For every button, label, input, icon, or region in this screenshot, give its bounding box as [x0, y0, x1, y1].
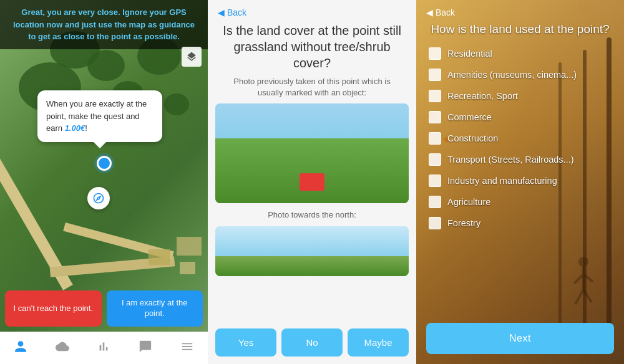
map-building-3	[180, 262, 195, 274]
layers-icon[interactable]	[182, 47, 202, 67]
label-forestry: Forestry	[447, 218, 480, 228]
checkbox-agriculture[interactable]	[429, 196, 441, 208]
back-chevron-icon: ◀	[218, 7, 225, 17]
label-transport: Transport (Streets, Railroads...)	[447, 155, 574, 165]
at-point-button[interactable]: I am exactly at the point.	[107, 290, 203, 327]
land-use-options: Residential Amenities (museums, cinema..…	[416, 44, 624, 233]
option-transport[interactable]: Transport (Streets, Railroads...)	[426, 150, 614, 170]
option-industry[interactable]: Industry and manufacturing	[426, 171, 614, 191]
label-amenities: Amenities (museums, cinema...)	[447, 70, 577, 80]
svg-line-4	[575, 290, 583, 304]
map-banner: Great, you are very close. Ignore your G…	[0, 0, 208, 49]
map-building-1	[177, 237, 202, 256]
photo-marker-object	[300, 173, 324, 191]
photo-grassland	[215, 103, 409, 203]
map-tree-2	[87, 50, 125, 81]
nav-chat-icon[interactable]	[134, 335, 157, 362]
back-button-panel2[interactable]: ◀ Back	[218, 7, 406, 17]
panel-map: Great, you are very close. Ignore your G…	[0, 0, 208, 364]
svg-line-5	[583, 290, 592, 302]
checkbox-residential[interactable]	[429, 47, 441, 60]
svg-point-0	[578, 257, 588, 267]
label-commerce: Commerce	[447, 112, 492, 122]
option-forestry[interactable]: Forestry	[426, 213, 614, 233]
checkbox-commerce[interactable]	[429, 111, 441, 123]
nav-person-icon[interactable]	[9, 335, 32, 362]
no-button[interactable]: No	[281, 328, 343, 357]
question-title: Is the land cover at the point still gra…	[208, 17, 416, 76]
nav-chart-icon[interactable]	[92, 335, 115, 362]
maybe-button[interactable]: Maybe	[348, 328, 409, 357]
checkbox-amenities[interactable]	[429, 69, 441, 81]
panel-question: ◀ Back Is the land cover at the point st…	[208, 0, 416, 364]
back-button-panel3[interactable]: ◀ Back	[426, 7, 614, 17]
back-chevron-icon-3: ◀	[426, 7, 433, 17]
photo-label-1: Photo previously taken of this point whi…	[208, 76, 416, 103]
question-header: ◀ Back	[208, 0, 416, 17]
checkbox-recreation[interactable]	[429, 90, 441, 102]
bottom-nav	[0, 332, 208, 364]
photo-label-2: Photo towards the north:	[208, 209, 416, 226]
option-amenities[interactable]: Amenities (museums, cinema...)	[426, 65, 614, 85]
photo-north	[215, 226, 409, 276]
option-residential[interactable]: Residential	[426, 44, 614, 64]
yes-button[interactable]: Yes	[215, 328, 276, 357]
nav-menu-icon[interactable]	[175, 335, 199, 362]
nav-cloud-icon[interactable]	[51, 335, 74, 362]
next-button-container: Next	[426, 323, 614, 354]
option-construction[interactable]: Construction	[426, 128, 614, 148]
label-industry: Industry and manufacturing	[447, 176, 557, 186]
panel-land-use: ◀ Back How is the land used at the point…	[416, 0, 624, 364]
label-construction: Construction	[447, 133, 498, 143]
map-action-buttons: I can't reach the point. I am exactly at…	[0, 290, 208, 327]
label-recreation: Recreation, Sport	[447, 91, 518, 101]
photo2-sky	[215, 226, 409, 259]
cant-reach-button[interactable]: I can't reach the point.	[5, 290, 102, 327]
option-agriculture[interactable]: Agriculture	[426, 192, 614, 212]
photo-sky	[215, 103, 409, 143]
next-button[interactable]: Next	[426, 323, 614, 354]
map-tree-6	[164, 93, 189, 115]
option-recreation[interactable]: Recreation, Sport	[426, 86, 614, 106]
land-header: ◀ Back	[416, 0, 624, 17]
checkbox-construction[interactable]	[429, 132, 441, 145]
back-label-3: Back	[436, 7, 455, 17]
person-running-silhouette	[568, 256, 599, 314]
label-agriculture: Agriculture	[447, 197, 490, 207]
checkbox-industry[interactable]	[429, 175, 441, 187]
photo-grass	[215, 138, 409, 203]
checkbox-transport[interactable]	[429, 153, 441, 166]
map-building-2	[149, 249, 170, 265]
option-commerce[interactable]: Commerce	[426, 107, 614, 127]
location-dot	[97, 156, 112, 171]
photo2-grass	[215, 256, 409, 276]
land-question-title: How is the land used at the point?	[416, 17, 624, 44]
map-banner-text: Great, you are very close. Ignore your G…	[13, 7, 195, 41]
speech-bubble: When you are exactly at the point, make …	[37, 90, 162, 142]
label-residential: Residential	[447, 49, 492, 59]
checkbox-forestry[interactable]	[429, 217, 441, 229]
compass-icon[interactable]	[87, 187, 110, 209]
back-label: Back	[227, 7, 246, 17]
answer-buttons: Yes No Maybe	[208, 321, 416, 364]
